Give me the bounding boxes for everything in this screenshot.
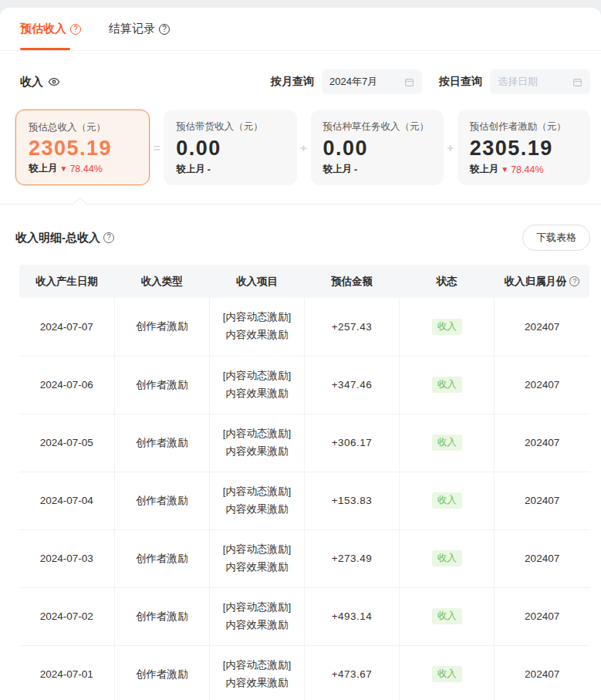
card-value: 0.00 <box>323 138 431 159</box>
cell-status: 收入 <box>400 645 495 700</box>
compare-label: 较上月 <box>323 163 353 176</box>
cell-date: 2024-07-03 <box>19 529 114 587</box>
cell-date: 2024-07-06 <box>19 356 114 414</box>
change-value: 78.44% <box>511 164 543 175</box>
equals-connector: = <box>150 110 164 185</box>
col-header-status: 状态 <box>400 265 495 298</box>
project-line-2: 内容效果激励 <box>210 501 304 519</box>
status-badge: 收入 <box>432 550 462 566</box>
table-row: 2024-07-01 创作者激励 [内容动态激励] 内容效果激励 +473.67… <box>19 645 589 700</box>
card-value: 0.00 <box>176 138 284 159</box>
col-header-month: 收入归属月份 ? <box>495 265 589 298</box>
cell-project: [内容动态激励] 内容效果激励 <box>209 645 304 700</box>
question-circle-icon[interactable]: ? <box>569 276 579 286</box>
cell-month: 202407 <box>495 414 589 472</box>
cell-month: 202407 <box>495 356 589 414</box>
cell-type: 创作者激励 <box>114 356 209 414</box>
income-label: 收入 <box>20 75 43 90</box>
calendar-icon <box>404 77 414 87</box>
status-badge: 收入 <box>432 377 462 393</box>
tab-estimated-income[interactable]: 预估收入 ? <box>20 8 81 50</box>
project-line-1: [内容动态激励] <box>210 309 304 326</box>
project-line-2: 内容效果激励 <box>210 675 304 692</box>
table-row: 2024-07-06 创作者激励 [内容动态激励] 内容效果激励 +347.46… <box>19 356 589 414</box>
col-header-date: 收入产生日期 <box>19 265 114 298</box>
table-row: 2024-07-03 创作者激励 [内容动态激励] 内容效果激励 +273.49… <box>19 529 589 587</box>
tabbar: 预估收入 ? 结算记录 ? <box>0 8 601 51</box>
project-line-1: [内容动态激励] <box>210 367 304 385</box>
table-row: 2024-07-02 创作者激励 [内容动态激励] 内容效果激励 +493.14… <box>19 587 589 645</box>
card-seeding-task-income[interactable]: 预估种草任务收入（元） 0.00 较上月 - <box>311 110 444 185</box>
section-divider <box>0 204 601 205</box>
change-value: 78.44% <box>69 164 102 174</box>
project-line-1: [内容动态激励] <box>210 425 304 443</box>
card-value: 2305.19 <box>470 138 578 159</box>
detail-title-label: 收入明细-总收入 <box>15 231 100 245</box>
eye-icon[interactable] <box>48 76 60 88</box>
question-circle-icon[interactable]: ? <box>159 24 170 35</box>
status-badge: 收入 <box>432 492 462 509</box>
card-label: 预估总收入（元） <box>29 121 137 134</box>
project-line-2: 内容效果激励 <box>210 443 304 461</box>
plus-connector: + <box>444 110 458 185</box>
cell-month: 202407 <box>495 645 589 700</box>
status-badge: 收入 <box>432 608 462 624</box>
question-circle-icon[interactable]: ? <box>103 232 114 243</box>
card-label: 预估种草任务收入（元） <box>323 120 431 134</box>
cell-type: 创作者激励 <box>114 472 209 529</box>
cell-amount: +347.46 <box>304 356 399 414</box>
cell-type: 创作者激励 <box>114 645 209 700</box>
cell-status: 收入 <box>400 356 495 414</box>
table-row: 2024-07-04 创作者激励 [内容动态激励] 内容效果激励 +153.83… <box>19 472 589 529</box>
earnings-panel: 预估收入 ? 结算记录 ? 收入 按月查询 2024年7月 <box>0 8 601 700</box>
cell-status: 收入 <box>400 414 495 472</box>
day-picker-input[interactable]: 选择日期 <box>490 69 590 94</box>
card-compare: 较上月 - <box>176 163 284 176</box>
card-label: 预估创作者激励（元） <box>470 120 578 134</box>
month-filter: 按月查询 2024年7月 <box>271 69 422 94</box>
cell-amount: +473.67 <box>304 645 399 700</box>
project-line-2: 内容效果激励 <box>210 385 304 403</box>
detail-section-title: 收入明细-总收入 ? <box>15 231 114 245</box>
down-triangle-icon: ▼ <box>501 165 508 174</box>
tab-settlement-records[interactable]: 结算记录 ? <box>109 8 170 50</box>
month-filter-label: 按月查询 <box>271 75 314 89</box>
day-picker-placeholder: 选择日期 <box>498 75 538 89</box>
income-title: 收入 <box>20 75 60 90</box>
card-total-income[interactable]: 预估总收入（元） 2305.19 较上月 ▼ 78.44% <box>15 110 150 185</box>
cell-type: 创作者激励 <box>114 414 209 472</box>
card-compare: 较上月 - <box>323 163 431 176</box>
cell-status: 收入 <box>400 529 495 587</box>
cell-date: 2024-07-07 <box>19 298 114 356</box>
download-table-button[interactable]: 下载表格 <box>522 225 590 251</box>
card-goods-income[interactable]: 预估带货收入（元） 0.00 较上月 - <box>164 110 296 185</box>
change-value: - <box>354 164 357 175</box>
table-header-row: 收入产生日期 收入类型 收入项目 预估金额 状态 收入归属月份 ? <box>19 265 589 298</box>
day-filter: 按日查询 选择日期 <box>439 69 590 94</box>
calendar-icon <box>572 77 582 87</box>
card-compare: 较上月 ▼ 78.44% <box>470 163 578 176</box>
cell-amount: +153.83 <box>304 472 399 529</box>
cell-status: 收入 <box>400 472 495 529</box>
cell-project: [内容动态激励] 内容效果激励 <box>209 529 304 587</box>
cell-project: [内容动态激励] 内容效果激励 <box>209 472 304 529</box>
col-header-type: 收入类型 <box>114 265 209 298</box>
cell-month: 202407 <box>495 298 589 356</box>
cell-month: 202407 <box>495 529 589 587</box>
cell-date: 2024-07-05 <box>19 414 114 472</box>
cell-type: 创作者激励 <box>114 298 209 356</box>
day-filter-label: 按日查询 <box>439 75 482 89</box>
card-creator-incentive[interactable]: 预估创作者激励（元） 2305.19 较上月 ▼ 78.44% <box>458 110 590 185</box>
project-line-1: [内容动态激励] <box>210 599 304 617</box>
compare-label: 较上月 <box>470 163 499 176</box>
month-picker-input[interactable]: 2024年7月 <box>322 69 422 94</box>
tab-label: 预估收入 <box>20 22 66 36</box>
question-circle-icon[interactable]: ? <box>70 24 81 35</box>
compare-label: 较上月 <box>176 163 205 176</box>
down-triangle-icon: ▼ <box>60 164 68 173</box>
project-line-1: [内容动态激励] <box>210 541 304 559</box>
cell-month: 202407 <box>495 587 589 645</box>
cell-amount: +273.49 <box>304 529 399 587</box>
cell-amount: +306.17 <box>304 414 399 472</box>
cell-project: [内容动态激励] 内容效果激励 <box>209 298 304 356</box>
